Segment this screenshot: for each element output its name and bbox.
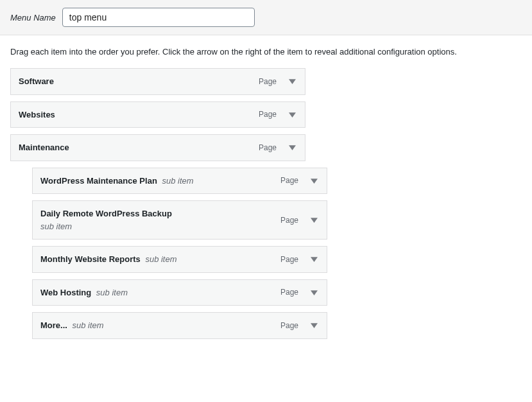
menu-item-controls: Page — [280, 254, 319, 265]
menu-item-title: Websites — [19, 109, 259, 121]
svg-marker-2 — [289, 145, 296, 150]
menu-items-list: Software Page Websites Page Maintenance … — [0, 62, 532, 358]
sub-item-label: sub item — [145, 254, 176, 264]
menu-item-monthly-reports[interactable]: Monthly Website Reports sub item Page — [32, 246, 327, 273]
menu-item-title: Monthly Website Reports sub item — [40, 253, 280, 266]
menu-item-title: Daily Remote WordPress Backup sub item — [40, 207, 280, 232]
menu-name-label: Menu Name — [10, 13, 56, 22]
menu-item-type: Page — [259, 110, 277, 119]
menu-item-controls: Page — [280, 320, 319, 331]
menu-item-controls: Page — [280, 215, 319, 225]
menu-item-title: Maintenance — [19, 141, 259, 154]
svg-marker-7 — [311, 323, 318, 328]
menu-item-type: Page — [259, 143, 277, 152]
sub-item-label: sub item — [73, 320, 104, 330]
svg-marker-6 — [311, 290, 318, 295]
chevron-down-icon[interactable] — [309, 175, 319, 186]
menu-item-wp-maintenance-plan[interactable]: WordPress Maintenance Plan sub item Page — [32, 168, 327, 195]
menu-item-title-text: More... — [40, 320, 67, 330]
instructions-text: Drag each item into the order you prefer… — [0, 35, 532, 62]
menu-item-title-text: Monthly Website Reports — [40, 254, 141, 264]
menu-item-more[interactable]: More... sub item Page — [32, 312, 327, 339]
menu-item-maintenance[interactable]: Maintenance Page — [10, 134, 305, 161]
sub-item-label: sub item — [40, 220, 274, 233]
svg-marker-3 — [311, 179, 318, 184]
menu-item-title: Web Hosting sub item — [40, 286, 280, 299]
chevron-down-icon[interactable] — [309, 254, 319, 265]
menu-item-title-text: Web Hosting — [40, 288, 91, 297]
menu-item-title: More... sub item — [40, 319, 280, 332]
menu-item-title-text: Websites — [19, 110, 55, 119]
menu-name-input[interactable] — [62, 8, 255, 27]
svg-marker-0 — [289, 79, 296, 84]
menu-name-bar: Menu Name — [0, 0, 532, 35]
menu-item-type: Page — [280, 176, 298, 185]
menu-item-controls: Page — [280, 287, 319, 297]
menu-item-title-text: Software — [19, 76, 54, 86]
menu-item-title-text: WordPress Maintenance Plan — [40, 176, 157, 186]
chevron-down-icon[interactable] — [309, 215, 319, 225]
chevron-down-icon[interactable] — [287, 109, 297, 119]
menu-item-title-text: Daily Remote WordPress Backup — [40, 209, 172, 218]
svg-marker-1 — [289, 112, 296, 118]
menu-item-title: WordPress Maintenance Plan sub item — [40, 175, 280, 188]
menu-item-daily-backup[interactable]: Daily Remote WordPress Backup sub item P… — [32, 200, 327, 240]
svg-marker-5 — [311, 257, 318, 262]
menu-item-type: Page — [280, 321, 298, 330]
menu-item-controls: Page — [259, 143, 297, 153]
chevron-down-icon[interactable] — [309, 320, 319, 331]
menu-item-software[interactable]: Software Page — [10, 68, 305, 95]
chevron-down-icon[interactable] — [309, 287, 319, 297]
chevron-down-icon[interactable] — [287, 143, 297, 153]
chevron-down-icon[interactable] — [287, 76, 297, 87]
svg-marker-4 — [311, 218, 318, 223]
menu-item-title-text: Maintenance — [19, 143, 69, 152]
menu-item-web-hosting[interactable]: Web Hosting sub item Page — [32, 279, 327, 306]
menu-item-controls: Page — [259, 109, 297, 119]
menu-item-title: Software — [19, 75, 259, 88]
menu-item-websites[interactable]: Websites Page — [10, 101, 305, 128]
sub-item-label: sub item — [162, 176, 193, 186]
sub-item-label: sub item — [96, 288, 128, 297]
menu-item-controls: Page — [259, 76, 297, 87]
menu-item-type: Page — [259, 77, 277, 86]
menu-item-type: Page — [280, 255, 298, 264]
menu-item-controls: Page — [280, 175, 319, 186]
menu-item-type: Page — [280, 288, 298, 297]
menu-item-type: Page — [280, 216, 298, 225]
